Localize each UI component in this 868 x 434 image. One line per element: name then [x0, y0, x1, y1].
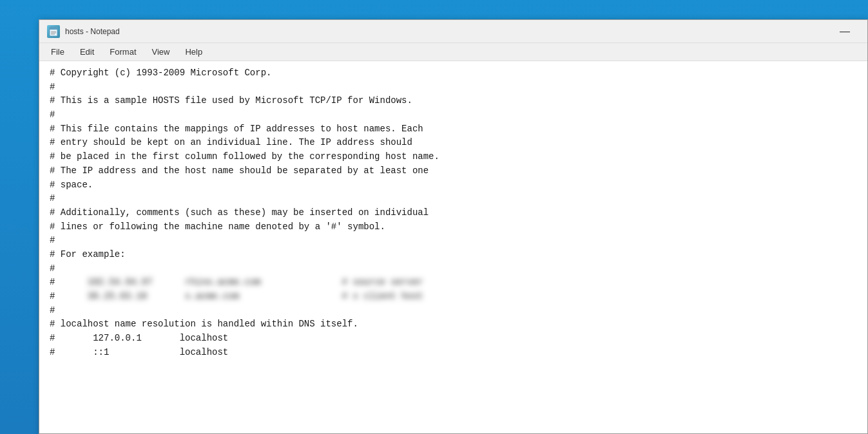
menu-bar: File Edit Format View Help [39, 43, 867, 61]
blurred-comment-2: # x client host [342, 291, 423, 301]
menu-edit[interactable]: Edit [73, 44, 101, 59]
menu-help[interactable]: Help [178, 44, 209, 59]
window-title: hosts - Notepad [65, 27, 830, 36]
blurred-comment-1: # source server [342, 277, 423, 287]
blurred-ip-2: 38.25.63.10 [88, 291, 147, 301]
menu-file[interactable]: File [44, 44, 71, 59]
menu-format[interactable]: Format [103, 44, 142, 59]
notepad-window: hosts - Notepad — File Edit Format View … [39, 19, 868, 434]
window-controls: — [830, 21, 860, 42]
app-icon [47, 25, 60, 38]
text-content[interactable]: # Copyright (c) 1993-2009 Microsoft Corp… [39, 61, 867, 433]
svg-rect-1 [50, 27, 57, 30]
blurred-ip-1: 102.54.94.97 [88, 277, 153, 287]
blurred-host-1: rhino.acme.com [185, 277, 261, 287]
menu-view[interactable]: View [146, 44, 177, 59]
blurred-host-2: x.acme.com [185, 291, 239, 301]
title-bar: hosts - Notepad — [39, 20, 867, 43]
minimize-button[interactable]: — [830, 21, 860, 42]
